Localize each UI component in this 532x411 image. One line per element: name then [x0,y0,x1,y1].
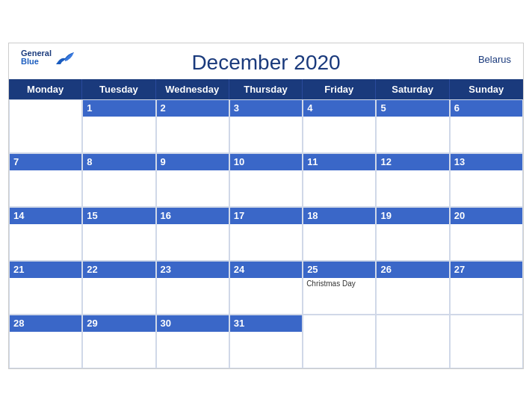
day-cell-29: 29 [82,315,155,368]
day-header-tuesday: Tuesday [82,79,155,99]
day-cell-6: 6 [450,99,523,153]
day-header-sunday: Sunday [450,79,523,99]
day-cell-12: 12 [376,153,449,207]
logo: General Blue [21,49,75,66]
calendar-grid: 0 1 2 3 4 5 6 7 8 9 10 [9,99,523,368]
country-label: Belarus [478,54,511,65]
day-header-friday: Friday [303,79,376,99]
logo-general: General [21,49,52,58]
day-cell-10: 10 [229,153,303,207]
day-header-wednesday: Wednesday [156,79,229,99]
day-cell-2: 2 [156,99,229,153]
day-headers-row: Monday Tuesday Wednesday Thursday Friday… [9,79,523,99]
logo-bird-icon [55,51,75,66]
day-cell-8: 8 [82,153,155,207]
day-cell-empty2: 0 [303,315,376,368]
day-header-saturday: Saturday [376,79,449,99]
calendar-header: General Blue December 2020 Belarus [9,43,523,79]
day-cell-18: 18 [303,207,376,261]
day-header-monday: Monday [9,79,82,99]
day-cell-24: 24 [229,261,303,315]
day-cell-25: 25 Christmas Day [303,261,376,315]
day-cell-26: 26 [376,261,449,315]
day-cell-27: 27 [450,261,523,315]
day-cell-28: 28 [9,315,82,368]
day-cell-20: 20 [450,207,523,261]
day-cell-empty1: 0 [9,99,82,153]
day-cell-21: 21 [9,261,82,315]
day-cell-31: 31 [229,315,303,368]
day-cell-19: 19 [376,207,449,261]
day-cell-1: 1 [82,99,155,153]
day-cell-9: 9 [156,153,229,207]
day-cell-14: 14 [9,207,82,261]
christmas-day-label: Christmas Day [303,278,375,289]
calendar-container: General Blue December 2020 Belarus Monda… [8,43,524,369]
day-cell-23: 23 [156,261,229,315]
day-cell-empty3: 0 [376,315,449,368]
day-header-thursday: Thursday [229,79,303,99]
day-cell-16: 16 [156,207,229,261]
day-cell-17: 17 [229,207,303,261]
day-cell-5: 5 [376,99,449,153]
day-cell-empty4: 0 [450,315,523,368]
day-cell-7: 7 [9,153,82,207]
day-cell-4: 4 [303,99,376,153]
day-cell-15: 15 [82,207,155,261]
logo-blue: Blue [21,58,52,66]
day-cell-22: 22 [82,261,155,315]
day-cell-11: 11 [303,153,376,207]
day-cell-30: 30 [156,315,229,368]
calendar-title: December 2020 [191,51,340,75]
day-cell-3: 3 [229,99,303,153]
day-cell-13: 13 [450,153,523,207]
